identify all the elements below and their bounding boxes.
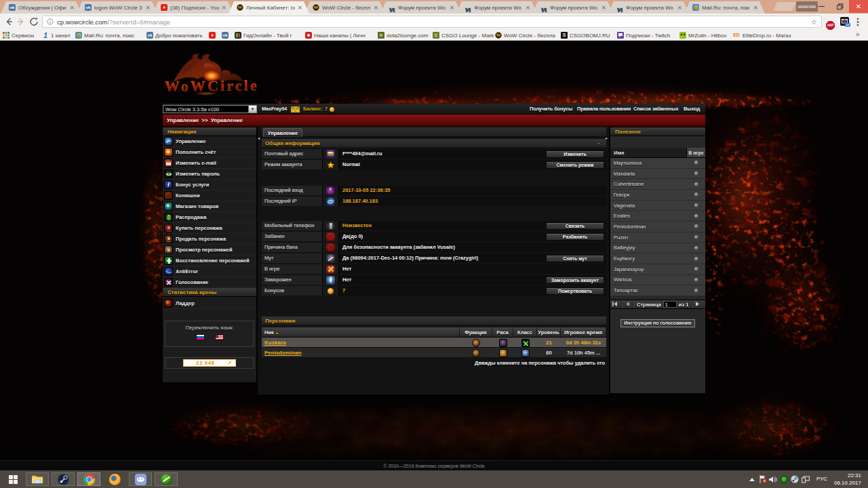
bookmark-item-3[interactable]: vk Добро пожаловать [146,31,203,39]
username[interactable]: MaxFray94 [262,104,287,115]
window-maximize-button[interactable] [831,0,849,13]
char-nick-link[interactable]: Penisdominan [262,350,460,356]
sidebar-item-5[interactable]: Конюшни [163,190,256,201]
name-row-1[interactable]: Mandaria [610,169,705,180]
collapse-chevron-icon[interactable]: ⌃ [597,140,601,149]
name-row-9[interactable]: Ещёмогу [610,253,705,264]
name-row-2[interactable]: Cubertinsane [610,179,705,190]
bookmark-item-8[interactable]: D dota2lounge.com [378,31,428,39]
taskbar-firefox-button[interactable] [103,472,126,486]
breadcrumb-section[interactable]: Управление [167,117,199,123]
info-action-button[interactable]: Сменить режим [546,161,604,169]
chars-column-header[interactable]: Ник ▲ [262,327,460,337]
name-row-4[interactable]: Vageneia [610,201,705,211]
bookmark-item-14[interactable]: ED EliteDrop.ru - Магаз [732,31,791,39]
back-icon[interactable] [3,16,14,27]
sidebar-item-3[interactable]: Изменить пароль [163,169,256,180]
tab-close-icon[interactable]: × [525,5,530,11]
browser-tab-2[interactable]: (38) Подписки - You × [153,1,233,14]
chars-column-header[interactable]: Уровень [537,327,561,337]
tab-close-icon[interactable]: × [373,5,378,11]
sidebar-item-1[interactable]: Пополнить счёт [163,147,256,158]
bookmark-item-1[interactable]: 1 1 канал [42,31,70,39]
tray-expand-icon[interactable] [748,470,756,488]
breadcrumb-page[interactable]: Управление [211,117,243,123]
visit-counter-banner[interactable]: 22 948 ↗ [183,359,236,367]
bookmark-item-10[interactable]: W WoW Circle - беспла [495,31,555,39]
tab-close-icon[interactable]: × [677,5,682,11]
bookmark-item-4[interactable] [209,31,216,39]
info-action-button[interactable]: Пожертвовать [546,287,604,295]
column-name[interactable]: Имя [610,148,687,157]
messages-icon[interactable] [291,106,300,113]
browser-tab-6[interactable]: Форум проекта Wo × [456,1,537,14]
browser-tab-1[interactable]: vk logon WoW Circle 3 × [77,1,157,14]
sidebar-item-12[interactable]: AntiError [163,266,256,277]
tab-close-icon[interactable]: × [449,5,454,11]
sidebar-item-4[interactable]: Бонус услуги [163,180,256,190]
browser-tab-9[interactable]: @ Mail.Ru: почта, пои × [684,1,765,14]
prev-page-icon[interactable] [623,302,631,307]
tray-volume-icon[interactable] [768,470,778,488]
sidebar-item-13[interactable]: Голосование [163,277,256,288]
name-row-6[interactable]: Penisdominan [610,222,705,232]
window-close-button[interactable]: ✕ [849,0,868,13]
server-select[interactable]: Wow Circle 3.3.5a x100 ▼ [163,105,257,113]
bookmark-item-2[interactable]: @ Mail.Ru: почта, поис [75,31,134,39]
adblock-extension-icon[interactable]: ABP [826,17,835,30]
mail-extension-icon[interactable]: off [840,17,850,30]
chars-column-header[interactable]: Раса [492,327,513,337]
bookmark-item-6[interactable]: ГидОнлайн - Твой г [235,31,292,39]
tab-close-icon[interactable]: × [145,5,151,11]
taskbar-game-button[interactable] [155,472,178,486]
sidebar-item-7[interactable]: Распродажа [163,212,256,223]
info-action-button[interactable]: Снять мут [546,255,604,262]
sidebar-item-10[interactable]: Просмотр персонажей [163,245,256,256]
sidebar-item-ladder[interactable]: Ладдер [163,298,256,309]
sidebar-item-9[interactable]: Продать персонажа [163,234,256,245]
name-row-3[interactable]: Геворк [610,190,705,201]
keyboard-language[interactable]: РУС [814,470,830,488]
taskbar-chrome-button[interactable] [77,472,100,486]
sidebar-item-8[interactable]: Купить персонажа [163,223,256,234]
chars-column-header[interactable]: Фракция [460,327,492,337]
tray-vpn-icon[interactable] [779,470,789,488]
name-row-12[interactable]: Типоартас [610,285,705,296]
char-row-1[interactable]: Penisdominan 80 7d 10h 45m ... [262,348,606,358]
browser-tab-8[interactable]: Форум проекта Wo × [608,1,689,14]
char-row-0[interactable]: Kuskara 21 0d 2h 48m 31s [262,338,606,348]
new-tab-button[interactable] [773,2,796,11]
toolbar-link-3[interactable]: Выход [684,104,700,115]
taskbar-discord-button[interactable] [129,472,152,486]
bookmark-item-7[interactable]: Наши каналы | Личн [305,31,366,39]
sidebar-item-0[interactable]: Управление [163,136,256,147]
bookmark-item-5[interactable]: vk [222,31,229,39]
browser-tab-0[interactable]: vk Обсуждения | Офи × [1,1,81,14]
browser-tab-5[interactable]: Форум проекта Wo × [380,1,461,14]
main-tab[interactable]: Управление [263,128,302,137]
voting-instruction-button[interactable]: Инструкция по голосованию [620,319,695,327]
forward-icon[interactable] [16,16,26,27]
tab-close-icon[interactable]: × [753,5,758,11]
name-row-5[interactable]: Exalies [610,211,705,222]
window-minimize-button[interactable] [812,0,831,13]
start-button[interactable] [1,472,24,486]
name-row-7[interactable]: Puzen [610,232,705,243]
reload-icon[interactable] [28,16,39,27]
toolbar-link-1[interactable]: Правила пользования [577,104,631,115]
taskbar-steam-button[interactable] [52,472,75,486]
browser-tab-4[interactable]: W WoW Circle - беспл × [304,1,385,14]
info-action-button[interactable]: Связать [546,222,604,230]
name-row-0[interactable]: Мартылюха [610,158,705,169]
first-page-icon[interactable] [610,302,620,307]
tab-close-icon[interactable]: × [601,5,606,11]
info-action-button[interactable]: Разбанить [546,233,604,241]
clock[interactable]: 22:31 06.10.2017 [829,470,864,488]
us-flag-icon[interactable] [215,334,224,340]
name-row-10[interactable]: Japanesspop [610,264,705,275]
address-bar[interactable]: cp.wowcircle.com /?serverId=6#manage ☆ [42,16,822,28]
collapse-left-icon[interactable]: ◂ [258,135,261,142]
bookmark-item-11[interactable]: S CSGOBOMJ.RU [561,31,610,39]
toolbar-link-2[interactable]: Список забаненых [633,104,678,115]
tray-flag-icon[interactable] [758,470,768,488]
